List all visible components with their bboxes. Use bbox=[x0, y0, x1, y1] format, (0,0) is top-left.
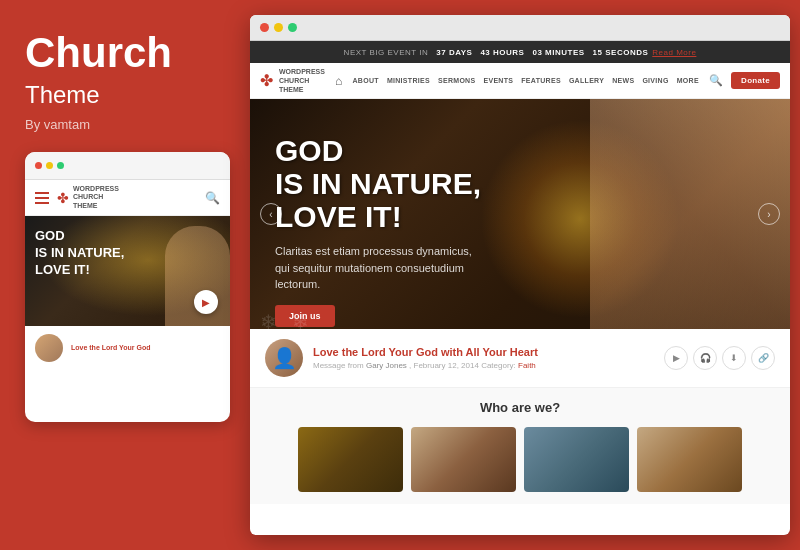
nav-link-more[interactable]: MORE bbox=[677, 77, 699, 84]
sermon-headphones-button[interactable]: 🎧 bbox=[693, 346, 717, 370]
who-images bbox=[265, 427, 775, 492]
nav-logo: ✤ WORDPRESSCHURCHTHEME bbox=[260, 67, 325, 94]
app-subtitle: Theme bbox=[25, 81, 220, 109]
mobile-window-dots bbox=[35, 162, 64, 169]
mobile-hero: GODIS IN NATURE,LOVE IT! ▶ bbox=[25, 216, 230, 326]
mobile-sermon: Love the Lord Your God bbox=[25, 326, 230, 370]
sermon-avatar: 👤 bbox=[265, 339, 303, 377]
app-title: Church bbox=[25, 30, 220, 76]
nav-logo-text: WORDPRESSCHURCHTHEME bbox=[279, 67, 325, 94]
hours-label: HOURS bbox=[493, 48, 524, 57]
hamburger-icon[interactable] bbox=[35, 192, 49, 204]
mobile-dot-red bbox=[35, 162, 42, 169]
hero-title: GODIS IN NATURE,LOVE IT! bbox=[275, 134, 481, 233]
sermon-title[interactable]: Love the Lord Your God with All Your Hea… bbox=[313, 346, 538, 358]
countdown-hours: 43 HOURS bbox=[480, 48, 524, 57]
mobile-dot-yellow bbox=[46, 162, 53, 169]
seconds-label: SECONDS bbox=[605, 48, 648, 57]
mobile-search-icon[interactable]: 🔍 bbox=[205, 191, 220, 205]
mobile-nav-left: ✤ WORDPRESSCHURCHTHEME bbox=[35, 185, 119, 210]
hero-prev-button[interactable]: ‹ bbox=[260, 203, 282, 225]
mobile-sermon-avatar bbox=[35, 334, 63, 362]
browser-dot-yellow[interactable] bbox=[274, 23, 283, 32]
nav-link-events[interactable]: EVENTS bbox=[483, 77, 513, 84]
mobile-nav: ✤ WORDPRESSCHURCHTHEME 🔍 bbox=[25, 180, 230, 216]
browser-dot-red[interactable] bbox=[260, 23, 269, 32]
sermon-date: , February 12, 2014 bbox=[409, 361, 479, 370]
countdown-seconds: 15 SECONDS bbox=[593, 48, 649, 57]
hours-value: 43 bbox=[480, 48, 490, 57]
mobile-sermon-title: Love the Lord Your God bbox=[71, 343, 150, 353]
countdown-days: 37 DAYS bbox=[436, 48, 472, 57]
sermon-section: 👤 Love the Lord Your God with All Your H… bbox=[250, 329, 790, 388]
days-label: DAYS bbox=[449, 48, 473, 57]
browser-window: NEXT BIG EVENT IN 37 DAYS 43 HOURS 03 MI… bbox=[250, 15, 790, 535]
nav-link-sermons[interactable]: SERMONS bbox=[438, 77, 476, 84]
sermon-meta-prefix: Message from bbox=[313, 361, 364, 370]
sermon-action-icons: ▶ 🎧 ⬇ 🔗 bbox=[664, 346, 775, 370]
days-value: 37 bbox=[436, 48, 446, 57]
hero-section: GODIS IN NATURE,LOVE IT! Claritas est et… bbox=[250, 99, 790, 329]
sermon-info: Love the Lord Your God with All Your Hea… bbox=[313, 346, 538, 370]
seconds-value: 15 bbox=[593, 48, 603, 57]
nav-donate-button[interactable]: Donate bbox=[731, 72, 780, 89]
avatar-icon: 👤 bbox=[272, 346, 297, 370]
left-panel: Church Theme By vamtam ✤ WORDPRESSCHURCH… bbox=[0, 0, 245, 550]
nav-right: 🔍 Donate bbox=[709, 72, 780, 89]
who-title: Who are we? bbox=[265, 400, 775, 415]
sermon-play-button[interactable]: ▶ bbox=[664, 346, 688, 370]
nav-link-gallery[interactable]: GALLERY bbox=[569, 77, 604, 84]
sermon-category[interactable]: Faith bbox=[518, 361, 536, 370]
nav-link-news[interactable]: NEWS bbox=[612, 77, 634, 84]
mobile-titlebar bbox=[25, 152, 230, 180]
sermon-author: Gary Jones bbox=[366, 361, 407, 370]
sermon-download-button[interactable]: ⬇ bbox=[722, 346, 746, 370]
mobile-next-button[interactable]: ▶ bbox=[194, 290, 218, 314]
mobile-logo-text: WORDPRESSCHURCHTHEME bbox=[73, 185, 119, 210]
countdown-minutes: 03 MINUTES bbox=[532, 48, 584, 57]
sermon-meta: Message from Gary Jones , February 12, 2… bbox=[313, 361, 538, 370]
main-nav: ✤ WORDPRESSCHURCHTHEME ⌂ ABOUT MINISTRIE… bbox=[250, 63, 790, 99]
who-section: Who are we? bbox=[250, 388, 790, 504]
who-image-2 bbox=[411, 427, 516, 492]
nav-home-icon[interactable]: ⌂ bbox=[335, 74, 342, 88]
nav-link-features[interactable]: FEATURES bbox=[521, 77, 561, 84]
nav-links: ABOUT MINISTRIES SERMONS EVENTS FEATURES… bbox=[353, 77, 699, 84]
hero-decorations: ❄ ❄ bbox=[250, 309, 790, 329]
mobile-logo: ✤ WORDPRESSCHURCHTHEME bbox=[57, 185, 119, 210]
mobile-logo-icon: ✤ bbox=[57, 190, 69, 206]
minutes-label: MINUTES bbox=[545, 48, 585, 57]
hero-text: GODIS IN NATURE,LOVE IT! Claritas est et… bbox=[275, 134, 481, 327]
nav-link-ministries[interactable]: MINISTRIES bbox=[387, 77, 430, 84]
announcement-label: NEXT BIG EVENT IN bbox=[344, 48, 429, 57]
who-image-1 bbox=[298, 427, 403, 492]
nav-logo-icon: ✤ bbox=[260, 71, 273, 90]
deco-tree-1: ❄ bbox=[260, 310, 277, 329]
browser-dot-green[interactable] bbox=[288, 23, 297, 32]
minutes-value: 03 bbox=[532, 48, 542, 57]
sermon-left: 👤 Love the Lord Your God with All Your H… bbox=[265, 339, 538, 377]
nav-search-icon[interactable]: 🔍 bbox=[709, 74, 723, 87]
mobile-dot-green bbox=[57, 162, 64, 169]
announcement-bar: NEXT BIG EVENT IN 37 DAYS 43 HOURS 03 MI… bbox=[250, 41, 790, 63]
who-image-4 bbox=[637, 427, 742, 492]
mobile-hero-text: GODIS IN NATURE,LOVE IT! bbox=[35, 228, 124, 279]
nav-link-giving[interactable]: GIVING bbox=[642, 77, 668, 84]
hero-next-button[interactable]: › bbox=[758, 203, 780, 225]
deco-tree-2: ❄ bbox=[292, 310, 309, 329]
mobile-mockup: ✤ WORDPRESSCHURCHTHEME 🔍 GODIS IN NATURE… bbox=[25, 152, 230, 422]
nav-link-about[interactable]: ABOUT bbox=[353, 77, 379, 84]
sermon-link-button[interactable]: 🔗 bbox=[751, 346, 775, 370]
browser-titlebar bbox=[250, 15, 790, 41]
app-author: By vamtam bbox=[25, 117, 220, 132]
who-image-3 bbox=[524, 427, 629, 492]
sermon-category-prefix: Category: bbox=[481, 361, 518, 370]
read-more-link[interactable]: Read More bbox=[652, 48, 696, 57]
hero-subtitle: Claritas est etiam processus dynamicus,q… bbox=[275, 243, 475, 293]
